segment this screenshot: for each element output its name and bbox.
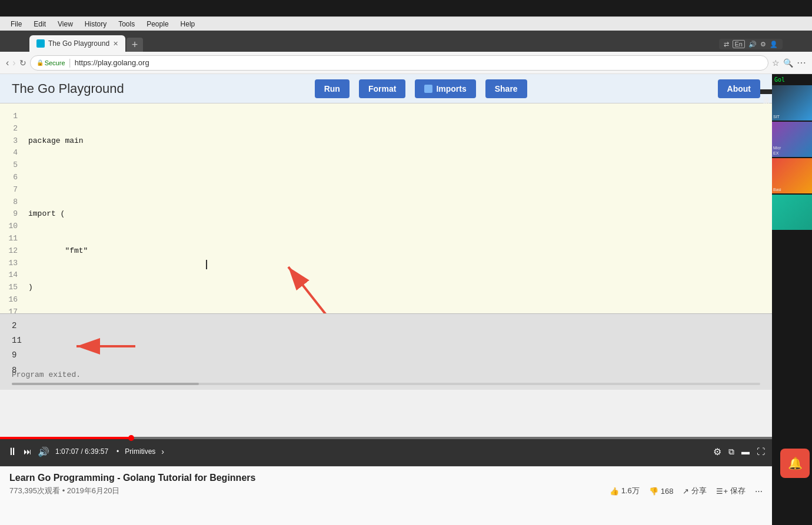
output-panel: 2 11 9 8 Program exited. [0,313,772,390]
code-line-1: package main [28,135,767,148]
miniplayer-button[interactable]: ⧉ [728,447,734,457]
thumbs-down-icon: 👎 [649,487,658,496]
line-num-15: 15 [0,282,18,294]
line-num-4: 4 [0,147,18,159]
progress-handle[interactable] [128,435,134,441]
time-current: 1:07:07 [55,447,79,456]
line-num-16: 16 [0,294,18,306]
dislike-button[interactable]: 👎 168 [649,487,674,496]
fullscreen-button[interactable]: ⛶ [757,447,765,456]
program-status: Program exited. [12,370,81,379]
like-count: 1.6万 [621,486,640,496]
yt-recommendations-sidebar: Gol SIT MicrEX Basi 🔔 [772,74,812,525]
line-num-14: 14 [0,269,18,282]
about-button[interactable]: About [718,79,760,98]
volume-button[interactable]: 🔊 [38,446,49,457]
forward-button[interactable]: › [12,58,15,68]
menu-edit[interactable]: Edit [28,19,52,29]
video-meta-row: 773,395次观看 • 2019年6月20日 👍 1.6万 👎 168 ↗ 分… [9,486,763,496]
line-num-13: 13 [0,258,18,270]
imports-icon [424,85,432,93]
next-section-label: 接下来 [760,89,772,94]
line-num-5: 5 [0,159,18,172]
bookmark-icon[interactable]: ☆ [772,58,780,68]
settings-button[interactable]: ⚙ [713,446,721,457]
menu-people[interactable]: People [141,19,174,29]
output-scrollbar-thumb[interactable] [12,383,199,385]
more-button[interactable]: ⋯ [755,487,763,496]
settings-icon: ⚙ [760,41,766,48]
line-num-6: 6 [0,172,18,184]
view-count: 773,395次观看 [9,486,60,495]
sidebar-gol-label: Gol [772,74,812,85]
line-num-12: 12 [0,245,18,258]
browser-controls-right: ⇄ En 🔊 ⚙ 👤 [719,39,783,49]
search-icon[interactable]: 🔍 [783,58,793,68]
url-bar[interactable]: Secure | https://play.golang.org [30,55,768,71]
active-tab[interactable]: The Go Playground ✕ [29,35,125,52]
url-text: https://play.golang.org [75,58,149,67]
time-display: 1:07:07 / 6:39:57 [55,447,108,456]
chapter-next-icon: › [161,447,164,456]
lang-badge: En [733,40,745,48]
theater-button[interactable]: ▬ [741,447,750,456]
share-button[interactable]: Share [485,79,527,98]
like-button[interactable]: 👍 1.6万 [610,486,640,496]
video-action-buttons: 👍 1.6万 👎 168 ↗ 分享 ☰+ 保存 ⋯ [610,486,763,496]
video-progress-bar[interactable] [0,437,772,439]
firefox-menubar: File Edit View History Tools People Help [0,16,812,31]
line-num-8: 8 [0,196,18,209]
chapter-label: Primitives [125,447,155,456]
subscribe-button[interactable]: 🔔 [780,449,810,478]
line-num-3: 3 [0,135,18,148]
recommendation-thumb-4[interactable] [772,195,812,230]
recommendation-thumb-3[interactable]: Basi [772,158,812,193]
line-num-2: 2 [0,123,18,135]
imports-button[interactable]: Imports [415,79,475,98]
tab-close-button[interactable]: ✕ [113,40,118,48]
output-scrollbar[interactable] [12,383,760,385]
line-numbers: 1 2 3 4 5 6 7 8 9 10 11 12 13 14 15 16 1… [0,111,24,306]
output-line-1: 2 [12,319,760,333]
add-to-playlist-button[interactable]: ☰+ 保存 [716,486,746,496]
menu-history[interactable]: History [79,19,112,29]
share-button[interactable]: ↗ 分享 [683,486,707,496]
run-button[interactable]: Run [315,79,350,98]
upload-date: 2019年6月20日 [67,486,120,495]
back-button[interactable]: ‹ [6,58,9,68]
browser-tabbar: The Go Playground ✕ + ⇄ En 🔊 ⚙ 👤 [0,31,812,52]
pause-button[interactable]: ⏸ [7,446,18,458]
skip-forward-button[interactable]: ⏭ [24,447,32,456]
recommendation-thumb-2[interactable]: MicrEX [772,122,812,157]
code-line-2 [28,172,767,184]
time-total: 6:39:57 [85,447,108,456]
browser-navbar: ‹ › ↻ Secure | https://play.golang.org ☆… [0,52,812,74]
format-button[interactable]: Format [359,79,405,98]
menu-view[interactable]: View [52,19,79,29]
code-content[interactable]: package main import ( "fmt" ) func main(… [24,111,772,306]
new-tab-button[interactable]: + [127,38,143,52]
playground-title: The Go Playground [12,81,124,96]
secure-badge: Secure [36,59,65,66]
recommendation-thumb-1[interactable]: SIT [772,85,812,121]
menu-file[interactable]: File [5,19,28,29]
thumb-1-label: SIT [773,115,811,119]
tab-title: The Go Playground [48,39,109,48]
output-line-4: 8 [12,363,760,378]
thumb-3-label: Basi [773,188,811,192]
translate-icon: ⇄ [724,41,729,48]
menu-help[interactable]: Help [175,19,201,29]
code-line-4: "fmt" [28,245,767,258]
playground-embed: The Go Playground Run Format Imports Sha… [0,74,772,390]
video-title: Learn Go Programming - Golang Tutorial f… [9,473,763,483]
output-line-2: 11 [12,333,760,348]
line-num-17: 17 [0,306,18,313]
code-editor[interactable]: 1 2 3 4 5 6 7 8 9 10 11 12 13 14 15 16 1… [0,103,772,313]
video-player: The Go Playground Run Format Imports Sha… [0,74,772,466]
right-controls: ⚙ ⧉ ▬ ⛶ [713,446,765,457]
dislike-count: 168 [661,487,674,496]
browser-menu-button[interactable]: ⋯ [797,57,806,68]
reload-button[interactable]: ↻ [19,58,26,68]
menu-tools[interactable]: Tools [112,19,141,29]
video-info-bar: Learn Go Programming - Golang Tutorial f… [0,466,772,525]
